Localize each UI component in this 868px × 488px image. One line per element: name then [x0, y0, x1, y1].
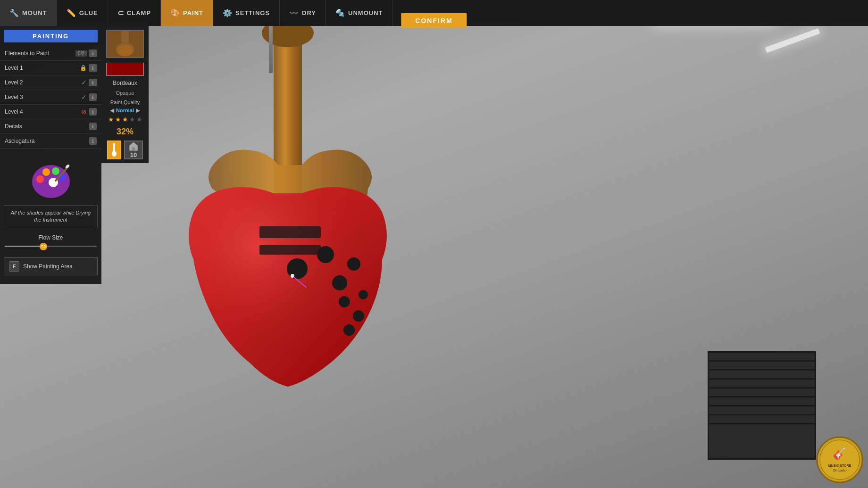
nav-clamp[interactable]: ⊂ CLAMP: [108, 0, 161, 26]
nav-glue[interactable]: ✏️ GLUE: [57, 0, 108, 26]
svg-point-7: [353, 310, 364, 322]
glue-icon: ✏️: [67, 8, 76, 17]
color-panel: Bordeaux Opaque Paint Quality ◀ Normal ▶…: [101, 26, 149, 163]
guitar-thumbnail[interactable]: [106, 30, 144, 58]
quality-prev-button[interactable]: ◀: [110, 107, 114, 114]
quality-selector: ◀ Normal ▶: [105, 107, 145, 114]
panel-title: PAINTING: [4, 30, 98, 42]
star-3: ★: [122, 116, 128, 123]
star-1: ★: [108, 116, 114, 123]
nav-dry[interactable]: 〰️ DRY: [280, 0, 326, 26]
level-3-status-icon: ✓: [81, 93, 87, 101]
svg-rect-23: [121, 31, 129, 42]
level-4-info-button[interactable]: ℹ: [89, 108, 97, 116]
asciugatura-row[interactable]: Asciugatura ℹ: [0, 134, 101, 149]
keyboard-key-f: F: [9, 261, 19, 272]
svg-point-5: [347, 257, 360, 271]
level-2-label: Level 2: [5, 79, 81, 86]
asciugatura-label: Asciugatura: [5, 138, 89, 144]
svg-point-15: [36, 175, 44, 183]
nav-mount[interactable]: 🔧 MOUNT: [0, 0, 57, 26]
level-1-row[interactable]: Level 1 🔒 ℹ: [0, 61, 101, 75]
nav-settings-label: SETTINGS: [235, 9, 270, 17]
svg-point-8: [343, 324, 355, 336]
flow-track: 7.5: [5, 246, 97, 247]
level-1-status-icon: 🔒: [80, 65, 87, 71]
nav-unmount-label: UNMOUNT: [348, 9, 383, 17]
guitar-model: [118, 24, 542, 471]
svg-rect-26: [113, 143, 115, 152]
asciugatura-info-button[interactable]: ℹ: [89, 137, 97, 145]
logo-svg: 🎸 MUSIC STORE Simulator: [816, 436, 863, 483]
guitar-chain: [269, 26, 273, 73]
color-swatch[interactable]: [106, 63, 144, 76]
level-2-info-button[interactable]: ℹ: [89, 79, 97, 86]
paint-can-button[interactable]: 10: [124, 141, 143, 159]
clamp-icon: ⊂: [117, 8, 124, 17]
quality-next-button[interactable]: ▶: [136, 107, 140, 114]
vent-grill: [708, 351, 816, 460]
decals-row[interactable]: Decals ℹ: [0, 119, 101, 134]
svg-point-17: [52, 167, 59, 175]
confirm-button[interactable]: CONFIRM: [401, 13, 467, 28]
brush-tool-button[interactable]: [107, 141, 121, 159]
svg-point-2: [287, 258, 308, 279]
svg-text:🎸: 🎸: [833, 447, 847, 460]
star-2: ★: [115, 116, 121, 123]
decals-info-button[interactable]: ℹ: [89, 123, 97, 130]
nav-settings[interactable]: ⚙️ SETTINGS: [213, 0, 280, 26]
paint-palette-icon: [30, 158, 72, 200]
svg-rect-10: [259, 226, 321, 238]
nav-clamp-label: CLAMP: [127, 9, 151, 17]
quality-value: Normal: [116, 108, 134, 113]
flow-slider-container: 7.5: [5, 243, 97, 250]
svg-text:Simulator: Simulator: [833, 469, 847, 472]
color-name-label: Bordeaux: [113, 80, 137, 86]
svg-point-31: [820, 440, 860, 480]
flow-value: 7.5: [41, 245, 46, 248]
nav-paint[interactable]: 🎨 PAINT: [161, 0, 213, 26]
unmount-icon: 🔩: [335, 8, 345, 17]
level-1-info-button[interactable]: ℹ: [89, 64, 97, 72]
level-3-label: Level 3: [5, 94, 81, 100]
flow-fill: [5, 246, 42, 247]
guitar-thumbnail-svg: [107, 31, 143, 57]
nav-paint-label: PAINT: [183, 9, 203, 17]
level-3-row[interactable]: Level 3 ✓ ℹ: [0, 90, 101, 105]
info-box: All the shades appear while Drying the I…: [4, 205, 98, 228]
level-3-info-button[interactable]: ℹ: [89, 93, 97, 101]
paint-icon: 🎨: [170, 8, 180, 17]
mount-icon: 🔧: [9, 8, 19, 17]
nav-unmount[interactable]: 🔩 UNMOUNT: [326, 0, 392, 26]
texture-label: Opaque: [116, 90, 134, 96]
paint-palette-area: [0, 149, 101, 203]
nav-dry-label: DRY: [302, 9, 316, 17]
level-4-row[interactable]: Level 4 ⊘ ℹ: [0, 105, 101, 119]
flow-thumb[interactable]: 7.5: [40, 243, 47, 250]
show-painting-button[interactable]: F Show Painting Area: [4, 257, 98, 275]
dry-icon: 〰️: [289, 8, 299, 17]
show-painting-label: Show Painting Area: [23, 263, 73, 270]
svg-point-27: [112, 151, 117, 157]
elements-info-button[interactable]: ℹ: [89, 50, 97, 57]
elements-to-paint-label: Elements to Paint: [5, 50, 75, 57]
painting-panel: PAINTING Elements to Paint 0/2 ℹ Level 1…: [0, 26, 101, 284]
info-text: All the shades appear while Drying the I…: [11, 210, 91, 223]
svg-point-4: [332, 275, 347, 290]
svg-point-6: [339, 296, 350, 307]
level-2-row[interactable]: Level 2 ✓ ℹ: [0, 75, 101, 90]
elements-to-paint-row: Elements to Paint 0/2 ℹ: [0, 46, 101, 61]
elements-to-paint-value: 0/2: [75, 50, 87, 57]
level-4-label: Level 4: [5, 108, 81, 115]
flow-size-label: Flow Size: [5, 234, 97, 241]
logo-badge: 🎸 MUSIC STORE Simulator: [816, 436, 863, 483]
quality-label: Paint Quality: [105, 99, 145, 105]
decals-label: Decals: [5, 123, 89, 130]
svg-rect-11: [259, 245, 321, 255]
paint-tools-row: 10: [105, 141, 145, 159]
svg-rect-29: [132, 147, 135, 150]
svg-text:MUSIC STORE: MUSIC STORE: [828, 464, 851, 467]
paint-can-count: 10: [130, 151, 137, 158]
settings-icon: ⚙️: [223, 8, 233, 17]
paint-quality-section: Paint Quality ◀ Normal ▶ ★ ★ ★ ★ ★: [105, 99, 145, 123]
